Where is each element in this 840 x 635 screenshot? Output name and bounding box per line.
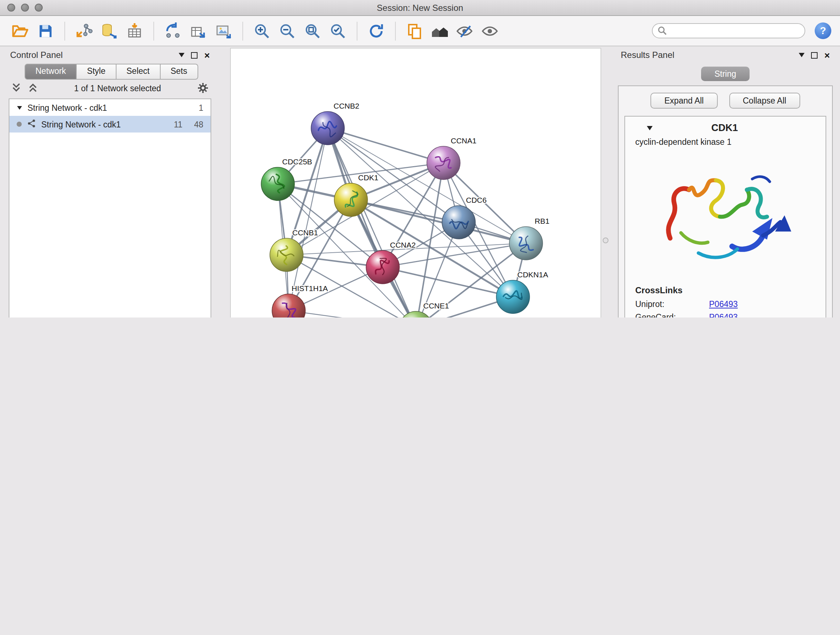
- expand-all-networks-icon[interactable]: [11, 82, 21, 94]
- zoom-selected-icon: [329, 22, 347, 40]
- node-label: HIST1H1A: [292, 284, 328, 293]
- network-edge[interactable]: [383, 267, 513, 297]
- import-network-database-button[interactable]: [98, 19, 121, 42]
- crosslink-link[interactable]: P06493: [709, 300, 737, 309]
- gene-collapse-caret-icon[interactable]: [647, 126, 653, 130]
- network-node-CDC25B[interactable]: CDC25B: [261, 157, 312, 201]
- eye-slash-icon: [456, 22, 475, 40]
- search-icon: [658, 26, 667, 37]
- crosslink-label: Uniprot:: [635, 300, 709, 309]
- network-edge[interactable]: [351, 200, 526, 243]
- network-row-selected[interactable]: String Network - cdk1 11 48: [9, 116, 210, 133]
- right-splitter-handle[interactable]: [603, 238, 608, 243]
- tab-style[interactable]: Style: [77, 64, 116, 80]
- eye-icon: [481, 22, 500, 40]
- network-collection-row[interactable]: String Network - cdk1 1: [9, 99, 210, 116]
- network-from-table-button[interactable]: [187, 19, 210, 42]
- network-node-CDK1[interactable]: CDK1: [334, 173, 378, 217]
- collection-count: 1: [199, 103, 203, 112]
- collapse-all-button[interactable]: Collapse All: [729, 93, 800, 109]
- network-options-gear-icon[interactable]: [197, 82, 208, 95]
- application-window: Session: New Session ? Control: [0, 0, 840, 318]
- main-toolbar: ?: [0, 16, 840, 46]
- minimize-window-button[interactable]: [21, 4, 29, 11]
- node-label: CCNA1: [451, 136, 477, 145]
- node-label: CCNB2: [333, 102, 359, 110]
- network-canvas[interactable]: CCNB2CCNA1CDC25BCDK1CDC6RB1CCNB1CCNA2CDK…: [230, 48, 601, 318]
- gene-description: cyclin-dependent kinase 1: [625, 136, 826, 149]
- network-node-HIST1H1A[interactable]: HIST1H1A: [272, 284, 328, 318]
- panel-menu-icon[interactable]: [179, 53, 185, 57]
- import-table-button[interactable]: [123, 19, 146, 42]
- collection-caret-icon[interactable]: [17, 106, 22, 109]
- home-button[interactable]: [428, 19, 452, 42]
- new-network-button[interactable]: [161, 19, 185, 42]
- network-node-CDKN1A[interactable]: CDKN1A: [496, 271, 548, 314]
- window-controls: [7, 4, 43, 11]
- toolbar-separator: [242, 21, 243, 40]
- node-label: CDC6: [466, 196, 486, 204]
- close-window-button[interactable]: [7, 4, 15, 11]
- new-network-icon: [164, 22, 182, 40]
- zoom-out-button[interactable]: [276, 19, 299, 42]
- search-field-wrap: [652, 23, 805, 38]
- close-panel-icon[interactable]: ×: [824, 50, 830, 60]
- expand-all-button[interactable]: Expand All: [651, 93, 718, 109]
- network-graph[interactable]: CCNB2CCNA1CDC25BCDK1CDC6RB1CCNB1CCNA2CDK…: [231, 49, 600, 318]
- gene-card: CDK1 cyclin-dependent kinase 1: [624, 116, 826, 318]
- hide-details-button[interactable]: [454, 19, 477, 42]
- network-node-CCNA1[interactable]: CCNA1: [427, 136, 477, 180]
- crosslink-link[interactable]: P06493: [709, 313, 737, 318]
- network-node-CCNB2[interactable]: CCNB2: [311, 102, 359, 145]
- show-details-button[interactable]: [479, 19, 502, 42]
- crosslink-row-genecard: GeneCard: P06493: [625, 310, 826, 318]
- clone-network-button[interactable]: [403, 19, 426, 42]
- control-panel-title: Control Panel: [10, 50, 63, 60]
- zoom-in-icon: [253, 22, 271, 40]
- tab-network[interactable]: Network: [25, 64, 77, 80]
- import-table-icon: [126, 22, 143, 40]
- tab-sets[interactable]: Sets: [160, 64, 198, 80]
- apply-layout-button[interactable]: [365, 19, 388, 42]
- network-edge[interactable]: [289, 310, 416, 318]
- export-image-button[interactable]: [212, 19, 235, 42]
- gene-card-header[interactable]: CDK1: [625, 117, 826, 136]
- string-results-box: Expand All Collapse All CDK1 cyclin-depe…: [618, 86, 833, 318]
- network-node-count: 11: [174, 120, 183, 128]
- zoom-in-button[interactable]: [250, 19, 273, 42]
- network-edge-count: 48: [194, 120, 203, 128]
- import-network-file-button[interactable]: [73, 19, 95, 42]
- help-button[interactable]: ?: [815, 22, 831, 39]
- zoom-window-button[interactable]: [35, 4, 43, 11]
- search-input[interactable]: [652, 23, 805, 38]
- results-tab-row: String: [615, 62, 836, 81]
- database-icon: [101, 22, 118, 40]
- toolbar-separator: [153, 21, 154, 40]
- results-panel: Results Panel × String Expand All Collap…: [615, 48, 836, 318]
- image-icon: [215, 22, 232, 40]
- tab-select[interactable]: Select: [117, 64, 161, 80]
- float-panel-icon[interactable]: [812, 52, 818, 58]
- network-node-CCNB1[interactable]: CCNB1: [270, 228, 318, 272]
- zoom-out-icon: [279, 22, 296, 40]
- node-label: CDKN1A: [517, 271, 548, 279]
- save-session-button[interactable]: [34, 19, 57, 42]
- zoom-fit-button[interactable]: [301, 19, 324, 42]
- crosslink-label: GeneCard:: [635, 313, 709, 318]
- float-panel-icon[interactable]: [191, 52, 198, 58]
- import-network-icon: [75, 22, 93, 40]
- network-table-icon: [189, 22, 207, 40]
- tab-string[interactable]: String: [701, 67, 749, 81]
- results-buttons-row: Expand All Collapse All: [624, 93, 826, 109]
- results-panel-title: Results Panel: [621, 50, 674, 60]
- panel-menu-icon[interactable]: [799, 53, 805, 57]
- open-session-button[interactable]: [9, 19, 32, 42]
- close-panel-icon[interactable]: ×: [204, 50, 210, 60]
- toolbar-separator: [65, 21, 65, 40]
- help-glyph: ?: [820, 25, 826, 36]
- network-edge[interactable]: [328, 128, 444, 163]
- collapse-all-networks-icon[interactable]: [28, 82, 38, 94]
- network-node-RB1[interactable]: RB1: [509, 217, 549, 260]
- protein-structure-image: [625, 149, 826, 279]
- zoom-selected-button[interactable]: [326, 19, 349, 42]
